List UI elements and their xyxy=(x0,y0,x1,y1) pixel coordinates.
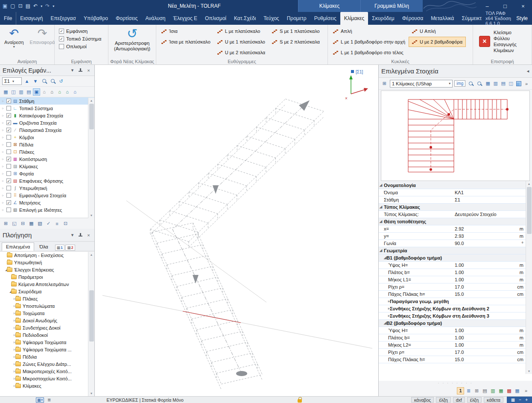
property-value[interactable]: 1.00 xyxy=(455,269,464,276)
snap-toggle-button[interactable]: κάναβος xyxy=(411,397,434,403)
nav-tree-item[interactable]: ◢ Σκυρόδεμα xyxy=(0,288,94,295)
ribbon-tab[interactable]: Επεξεργασ xyxy=(47,12,80,25)
stair-type-button[interactable]: U με 2 πλατύσκαλα xyxy=(214,47,269,58)
stair-type-button[interactable]: S με 2 πλατύσκαλα xyxy=(269,37,323,47)
expander-icon[interactable] xyxy=(379,269,388,276)
ribbon-tab[interactable]: Υπόβαθρο xyxy=(80,12,112,25)
panel-close-icon[interactable]: × xyxy=(85,233,92,238)
expander-icon[interactable]: ▹ xyxy=(0,348,14,351)
counterclockwise-button[interactable]: ↺ Αριστερόστροφη (Αντιωρολογιακή) xyxy=(110,26,154,53)
property-row[interactable]: Πλάτος b= 1.00 m xyxy=(379,269,532,276)
nav-tree-item[interactable]: ▹ Μακροπεριοχές Κοιτό... xyxy=(0,368,94,375)
property-value[interactable]: 15.0 xyxy=(455,356,464,363)
view-preset-icon[interactable]: ▤ xyxy=(25,88,32,96)
checkbox-icon[interactable] xyxy=(6,193,11,198)
nav-tree-item[interactable]: ▹ Υψίκορμα Τοιχώματα xyxy=(0,339,94,346)
ribbon-checkbox-option[interactable]: Οπλισμοί xyxy=(59,44,104,49)
expander-icon[interactable]: ▹ xyxy=(0,377,14,380)
view-preset-icon[interactable]: ⌂ xyxy=(56,88,63,96)
property-row[interactable]: ◢ Τύπος Κλίμακας xyxy=(379,204,532,211)
expander-icon[interactable]: ▹ xyxy=(0,311,14,315)
expander-icon[interactable]: ▹ xyxy=(379,305,390,312)
checkbox-icon[interactable] xyxy=(6,200,11,205)
nav-tree-item[interactable]: ▹ Μικροστοιχείων Κοιτό... xyxy=(0,375,94,382)
property-row[interactable]: ▹ Παραγόμενα γεωμ. μεγέθη xyxy=(379,298,532,305)
property-row[interactable]: ◢ Β1 (βαθμιδοφόρο τμήμα) xyxy=(379,254,532,262)
expander-icon[interactable] xyxy=(1,201,5,204)
stair-type-button[interactable]: L με πλατύσκαλο xyxy=(214,26,269,36)
result-tool-icon[interactable]: ▥ xyxy=(489,387,497,394)
ribbon-tab[interactable]: Εισαγωγή xyxy=(16,12,47,25)
display-tree-item[interactable]: ▧ Επιλογή με Ιδιότητες xyxy=(0,206,94,213)
expander-icon[interactable] xyxy=(1,186,5,190)
new-file-icon[interactable]: ▢ xyxy=(10,3,15,9)
minimize-button[interactable]: – xyxy=(478,0,496,12)
property-row[interactable]: ▹ Συνθήκες Στήριξης Κόμβων στη Διεύθυνση… xyxy=(379,312,532,320)
checkbox-icon[interactable] xyxy=(6,128,11,132)
ribbon-tab[interactable]: Οπλισμοί xyxy=(201,12,230,25)
property-value[interactable]: 17.0 xyxy=(455,349,464,356)
selection-tool-icon[interactable]: ▧ xyxy=(36,220,44,227)
ribbon-checkbox-option[interactable]: Εμφάνιση xyxy=(59,29,104,34)
checkbox-icon[interactable] xyxy=(59,29,64,34)
checkbox-icon[interactable] xyxy=(59,36,64,41)
expander-icon[interactable]: ▹ xyxy=(0,304,14,308)
display-tree-item[interactable]: ▦ Κοιτόστρωση xyxy=(0,155,94,163)
stair-type-button[interactable]: U με 1 πλατύσκαλο xyxy=(214,37,269,47)
lock-icon[interactable] xyxy=(298,397,302,403)
redo-icon[interactable]: ↷ xyxy=(45,3,50,9)
level-up-button[interactable]: ▲ xyxy=(23,79,30,84)
expander-icon[interactable]: ◢ xyxy=(379,247,384,254)
expander-icon[interactable]: ▹ xyxy=(0,340,14,344)
result-tool-icon[interactable]: 1 xyxy=(457,387,464,394)
ribbon-tab[interactable]: Σύμμεικτ xyxy=(458,12,485,25)
view-preset-icon[interactable]: ▦ xyxy=(484,80,491,87)
expander-icon[interactable]: ▹ xyxy=(0,326,14,330)
expander-icon[interactable] xyxy=(1,106,5,110)
expander-icon[interactable] xyxy=(1,114,5,117)
expander-icon[interactable] xyxy=(1,150,5,154)
result-tool-icon[interactable]: ▦ xyxy=(514,387,521,394)
expander-icon[interactable]: ▹ xyxy=(0,355,14,359)
nav-tree-item[interactable]: ▹ Υψίκορμα Τοιχώματα ... xyxy=(0,346,94,353)
expander-icon[interactable] xyxy=(1,179,5,183)
view-preset-icon[interactable]: ▥ xyxy=(492,80,499,87)
view-preset-icon[interactable]: ▤ xyxy=(500,80,507,87)
ribbon-tab[interactable]: Φέρουσα xyxy=(398,12,427,25)
view-preset-icon[interactable]: ⌂ xyxy=(64,88,71,96)
property-row[interactable]: ◢ Ονοματολογία xyxy=(379,182,532,189)
checkbox-icon[interactable] xyxy=(59,44,64,49)
display-tree-item[interactable]: ∟ Τοπικό Σύστημα xyxy=(0,105,94,112)
grid-view-icon[interactable]: ▦ xyxy=(511,397,515,402)
stair-type-button[interactable]: L με 1 βαθμιδοφόρο στο τέλος xyxy=(330,47,409,58)
checkbox-icon[interactable] xyxy=(6,207,11,212)
display-tree-item[interactable]: ∕ Πλασματικά Στοιχεία xyxy=(0,126,94,134)
expander-icon[interactable] xyxy=(379,342,388,348)
nav-tree-item[interactable]: Υπερωθητική xyxy=(0,259,94,266)
nav-tab[interactable]: Επιλεγμένα xyxy=(2,242,34,251)
stair-type-button[interactable]: Απλή xyxy=(330,26,409,36)
zoom-fit-icon[interactable] xyxy=(476,81,482,86)
property-value[interactable]: 90.0 xyxy=(455,240,464,247)
expander-icon[interactable] xyxy=(379,189,384,196)
expander-icon[interactable] xyxy=(1,135,5,139)
expander-icon[interactable]: ▹ xyxy=(0,318,14,322)
more-tools-icon[interactable]: » xyxy=(523,81,530,86)
image-button[interactable]: img xyxy=(454,80,465,87)
display-tree-item[interactable]: ∠ Μετρήσεις xyxy=(0,199,94,206)
display-tree-item[interactable]: ▤ Στάθμη xyxy=(0,97,94,105)
property-row[interactable]: Πλάτος b= 1.00 m xyxy=(379,334,532,342)
checkbox-icon[interactable] xyxy=(6,149,11,154)
display-tree-item[interactable]: ▬ Οριζόντια Στοιχεία xyxy=(0,119,94,126)
undo-caret-icon[interactable]: ▾ xyxy=(41,4,42,8)
nav-tree-item[interactable]: ▹ Πέδιλα xyxy=(0,353,94,360)
property-value[interactable]: 2.92 xyxy=(455,225,464,232)
pin-icon[interactable] xyxy=(77,233,84,237)
view-preset-icon[interactable]: ▦ xyxy=(2,88,9,96)
property-value[interactable]: 1.00 xyxy=(455,327,464,334)
property-row[interactable]: Τύπος Κλίμακας: Δευτερεύον Στοιχείο xyxy=(379,211,532,218)
result-tool-icon[interactable]: ▦ xyxy=(497,387,505,394)
view-preset-icon[interactable]: ◫ xyxy=(507,80,514,87)
stair-type-button[interactable]: L με 1 βαθμιδοφόρο στην αρχή xyxy=(330,37,409,47)
expander-icon[interactable]: ▹ xyxy=(379,312,390,319)
